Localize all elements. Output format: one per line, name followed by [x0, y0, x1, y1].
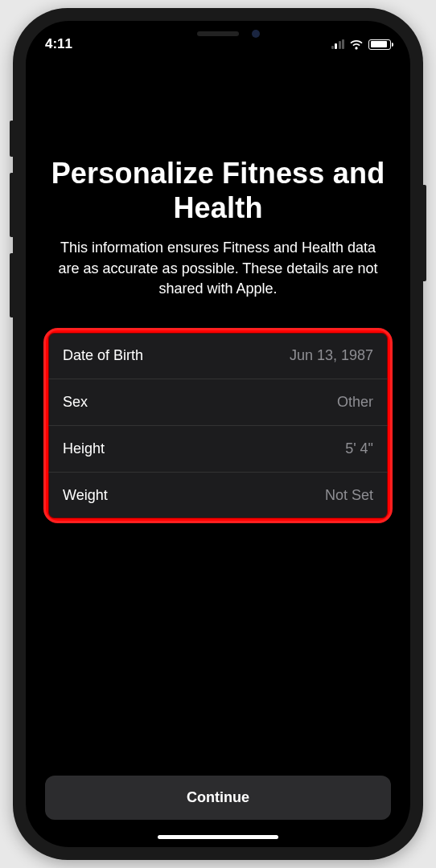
- screen: 4:11 Personalize Fitness and Health This…: [26, 21, 410, 847]
- setting-value: 5' 4": [345, 440, 373, 457]
- content: Personalize Fitness and Health This info…: [26, 59, 410, 847]
- setting-row-dob[interactable]: Date of Birth Jun 13, 1987: [48, 333, 388, 379]
- setting-label: Date of Birth: [63, 347, 143, 364]
- status-right: [331, 39, 392, 50]
- setting-label: Weight: [63, 487, 108, 504]
- setting-label: Sex: [63, 394, 88, 411]
- battery-icon: [368, 39, 391, 50]
- wifi-icon: [349, 39, 364, 50]
- phone-frame: 4:11 Personalize Fitness and Health This…: [13, 8, 423, 860]
- setting-row-height[interactable]: Height 5' 4": [48, 426, 388, 473]
- setting-row-sex[interactable]: Sex Other: [48, 379, 388, 426]
- notch: [138, 21, 298, 47]
- page-title: Personalize Fitness and Health: [45, 156, 391, 225]
- setting-label: Height: [63, 440, 105, 457]
- setting-row-weight[interactable]: Weight Not Set: [48, 473, 388, 518]
- continue-button[interactable]: Continue: [45, 776, 391, 820]
- home-indicator[interactable]: [158, 835, 278, 839]
- status-time: 4:11: [45, 36, 72, 52]
- setting-value: Not Set: [325, 487, 373, 504]
- health-settings-card: Date of Birth Jun 13, 1987 Sex Other Hei…: [45, 330, 391, 522]
- cellular-signal-icon: [331, 39, 345, 49]
- setting-value: Jun 13, 1987: [290, 347, 373, 364]
- page-description: This information ensures Fitness and Hea…: [45, 238, 391, 299]
- setting-value: Other: [337, 394, 373, 411]
